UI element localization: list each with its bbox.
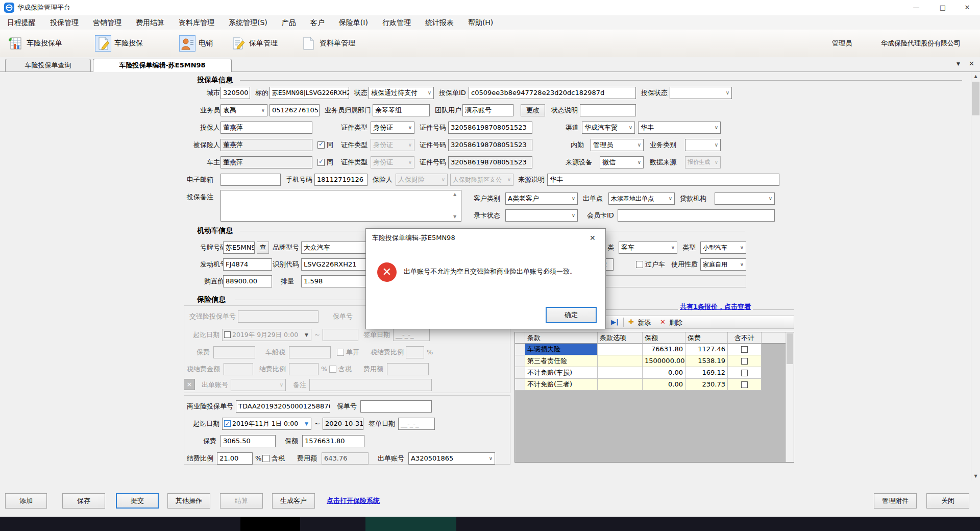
salesman-code-input[interactable]: 051262761057 [270,104,320,116]
owner-id-no-input[interactable]: 320586198708051523 [448,156,532,168]
close-page-button[interactable]: 关闭 [926,493,969,509]
minimize-button[interactable]: — [904,0,928,15]
cell-amount[interactable]: 0.00 [643,367,685,379]
source-desc-input[interactable]: 华丰 [547,174,779,186]
usage-select[interactable]: 家庭自用 [700,258,746,271]
cell-clause[interactable]: 不计免赔(三者) [525,379,598,391]
outlet-select[interactable]: 木渎基地出单点 [608,192,675,205]
include-checkbox[interactable] [741,346,748,353]
remark-scroll-down-icon[interactable]: ▼ [453,214,456,219]
mobile-input[interactable]: 18112719126 [314,174,368,186]
commercial-end-input[interactable]: 2020-10-31 [323,418,363,430]
insured-id-no-input[interactable]: 320586198708051523 [448,139,532,151]
grid-header-premium[interactable]: 保费 [685,332,728,344]
row-selector[interactable] [515,355,525,367]
toolbar-item-data-form-manage[interactable]: 资料单管理 [300,35,355,52]
engine-input[interactable]: FJ4874 [223,258,272,271]
channel-select-2[interactable]: 华丰 [638,122,721,134]
delete-row-label[interactable]: 删除 [669,318,682,327]
insured-same-checkbox[interactable] [317,141,325,149]
plate-input[interactable]: 苏E5MN98 [223,242,255,254]
commercial-tax-inc-checkbox[interactable] [262,455,270,462]
menu-item-marketing[interactable]: 营销管理 [86,15,129,30]
move-last-icon[interactable]: ▶| [611,318,619,326]
menu-item-policy[interactable]: 保险单(I) [332,15,375,30]
date-enable-checkbox[interactable] [224,420,231,427]
grid-scrollbar[interactable] [786,332,794,462]
grid-scrollbar-thumb[interactable] [787,333,793,364]
commercial-no-input[interactable]: TDAA201932050001258876 [236,400,330,413]
add-row-icon[interactable]: ✚ [628,318,634,326]
save-button[interactable]: 保存 [62,493,105,509]
cell-clause[interactable]: 不计免赔(车损) [525,367,598,379]
member-id-input[interactable] [618,209,775,222]
toolbar-item-telemarketing[interactable]: 电销 [179,35,213,52]
cell-option[interactable] [598,355,643,367]
insured-input[interactable]: 董燕萍 [220,139,312,151]
taskbar-window-segment[interactable] [240,517,300,531]
tab-policy-edit[interactable]: 车险投保单编辑-苏E5MN98 [93,59,232,72]
create-customer-button[interactable]: 生成客户 [272,493,315,509]
remark-textarea[interactable] [220,190,461,222]
team-user-input[interactable]: 演示账号 [462,104,513,116]
salesman-select[interactable]: 袁禹 [220,104,267,116]
row-selector[interactable] [515,379,525,391]
cell-premium[interactable]: 1538.19 [685,355,728,367]
menu-item-reports[interactable]: 统计报表 [418,15,461,30]
id-no-input[interactable]: 320586198708051523 [448,122,532,134]
cell-amount[interactable]: 0.00 [643,379,685,391]
clerk-select[interactable]: 管理员 [591,139,644,151]
compulsory-clear-button[interactable]: × [184,379,195,390]
add-row-label[interactable]: 新添 [638,318,651,327]
dept-input[interactable]: 余琴琴组 [373,104,430,116]
device-select[interactable]: 微信 [600,156,644,168]
vehicle-type-select[interactable]: 小型汽车 [700,242,746,254]
calendar-icon[interactable]: ▦ [303,341,310,341]
menu-item-admin[interactable]: 行政管理 [375,15,418,30]
other-actions-button[interactable]: 其他操作 [167,493,210,509]
grid-header-option[interactable]: 条款选项 [598,332,643,344]
status-select[interactable]: 核保通过待支付 [369,87,434,99]
remark-scroll-up-icon[interactable]: ▲ [453,192,456,197]
grid-header-clause[interactable]: 条款 [525,332,598,344]
cust-type-select[interactable]: A类老客户 [505,192,578,205]
tab-close-icon[interactable]: ✕ [969,60,974,67]
cell-amount[interactable]: 76631.80 [643,344,685,355]
grid-header-amount[interactable]: 保额 [643,332,685,344]
include-checkbox[interactable] [741,381,748,388]
cell-premium[interactable]: 1127.46 [685,344,728,355]
commercial-rate-input[interactable]: 21.00 [217,452,253,465]
toolbar-item-car-apply[interactable]: 车险投保 [95,35,143,52]
dropdown-arrow-icon[interactable]: ▼ [303,329,310,341]
maximize-button[interactable]: □ [931,0,954,15]
biz-type-select[interactable] [685,139,721,151]
submit-button[interactable]: 提交 [116,493,159,509]
cell-clause[interactable]: 第三者责任险 [525,355,598,367]
tab-policy-query[interactable]: 车险投保单查询 [5,59,91,71]
apply-status-select[interactable] [670,87,732,99]
cell-premium[interactable]: 169.12 [685,367,728,379]
policy-id-input[interactable]: c0509ee3b8e947728e23d20dc182987d [469,87,636,99]
owner-input[interactable]: 董燕萍 [220,156,312,168]
channel-select-1[interactable]: 华成汽车贸 [582,122,635,134]
menu-item-schedule[interactable]: 日程提醒 [0,15,43,30]
owner-same-checkbox[interactable] [317,159,325,166]
cell-clause[interactable]: 车辆损失险 [525,344,598,355]
menu-item-apply[interactable]: 投保管理 [43,15,86,30]
transfer-checkbox[interactable] [636,261,643,268]
include-checkbox[interactable] [741,358,748,365]
scroll-up-icon[interactable]: ▲ [971,72,980,81]
cell-option[interactable] [598,367,643,379]
include-checkbox[interactable] [741,370,748,376]
commercial-start-datepicker[interactable]: 2019年11月 1日 0:00▼▦ [222,418,311,430]
id-type-select[interactable]: 身份证 [371,122,414,134]
vehicle-class-select[interactable]: 客车 [619,242,677,254]
dropdown-arrow-icon[interactable]: ▼ [303,418,310,429]
manage-attachments-button[interactable]: 管理附件 [874,493,917,509]
open-insurance-system-link[interactable]: 点击打开保险系统 [327,496,380,505]
menu-item-system[interactable]: 系统管理(S) [222,15,275,30]
menu-item-product[interactable]: 产品 [275,15,303,30]
add-button[interactable]: 添加 [5,493,47,509]
taskbar-app-segment[interactable] [365,517,456,531]
commercial-amount-input[interactable]: 1576631.80 [302,435,364,447]
